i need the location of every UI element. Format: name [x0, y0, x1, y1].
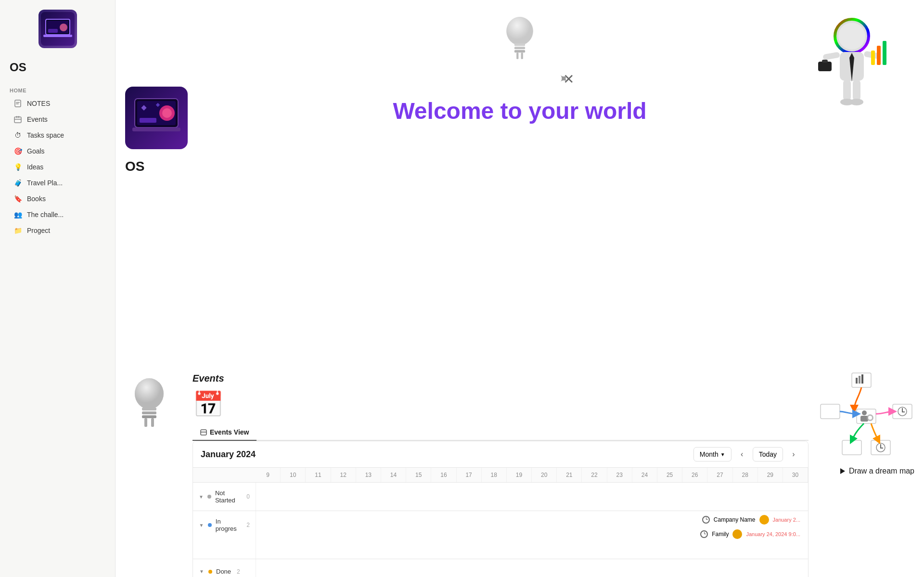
- svg-rect-39: [140, 118, 156, 123]
- done-label: ▼ Done 2: [193, 559, 256, 577]
- not-started-row: ▼ Not Started 0: [193, 483, 808, 511]
- svg-rect-45: [142, 408, 156, 410]
- events-tab-bar: Events View: [192, 424, 808, 441]
- project-icon: 📁: [13, 226, 22, 235]
- date-cell: 15: [406, 468, 431, 482]
- sidebar-item-project[interactable]: 📁 Progect: [4, 223, 111, 238]
- not-started-cells: [256, 483, 808, 511]
- travel-icon: 🧳: [13, 179, 22, 187]
- company-event-name: Campany Name: [714, 516, 756, 523]
- next-month-button[interactable]: ›: [787, 448, 800, 461]
- sidebar-item-travel[interactable]: 🧳 Travel Pla...: [4, 175, 111, 191]
- svg-rect-17: [516, 52, 518, 59]
- travel-label: Travel Pla...: [27, 179, 63, 187]
- svg-rect-10: [18, 116, 19, 118]
- sidebar-item-challenge[interactable]: 👥 The challe...: [4, 207, 111, 222]
- svg-rect-46: [142, 411, 156, 414]
- svg-rect-53: [856, 378, 858, 384]
- svg-rect-51: [201, 432, 206, 433]
- not-started-toggle[interactable]: ▼: [199, 494, 204, 500]
- calendar-navigation: Month ▼ ‹ Today ›: [693, 447, 800, 462]
- svg-rect-70: [880, 448, 883, 449]
- date-cell: 24: [632, 468, 657, 482]
- family-event[interactable]: Family January 24, 2024 9:0...: [700, 529, 800, 539]
- svg-rect-7: [16, 103, 19, 104]
- date-cell: 19: [507, 468, 532, 482]
- date-cells: 9101112131415161718192021222324252627282…: [256, 468, 808, 482]
- done-toggle[interactable]: ▼: [199, 569, 205, 575]
- svg-rect-69: [880, 444, 881, 448]
- date-cell: 27: [707, 468, 732, 482]
- done-dot: [208, 570, 212, 574]
- date-cell: 30: [783, 468, 808, 482]
- date-cell: 26: [682, 468, 707, 482]
- svg-rect-49: [151, 418, 154, 427]
- company-event[interactable]: Campany Name January 2...: [702, 515, 800, 525]
- process-diagram-decoration: [818, 371, 914, 457]
- svg-rect-24: [822, 51, 840, 60]
- svg-point-58: [862, 410, 867, 415]
- svg-rect-31: [843, 79, 851, 101]
- family-event-date: January 24, 2024 9:0...: [746, 531, 800, 537]
- svg-rect-9: [16, 116, 17, 118]
- date-cell: 13: [356, 468, 381, 482]
- svg-rect-2: [43, 35, 72, 37]
- in-progress-label: ▼ In progres 2: [193, 511, 256, 539]
- calendar-tab-icon: [200, 429, 207, 436]
- svg-rect-40: [132, 128, 180, 131]
- hero-title-prefix: Welcome to your: [393, 98, 585, 124]
- challenge-label: The challe...: [27, 211, 64, 218]
- date-cell: 21: [557, 468, 582, 482]
- sidebar-item-events[interactable]: Events: [4, 112, 111, 127]
- svg-rect-64: [902, 408, 903, 411]
- calendar-header: January 2024 Month ▼ ‹ Today ›: [193, 441, 808, 468]
- svg-rect-32: [853, 79, 860, 101]
- sidebar-item-notes[interactable]: NOTES: [4, 96, 111, 111]
- dream-map-link[interactable]: Draw a dream map: [840, 467, 914, 475]
- today-button[interactable]: Today: [753, 447, 783, 462]
- events-section: Events 📅 Events View: [192, 373, 808, 577]
- svg-rect-27: [822, 60, 828, 63]
- tasks-label: Tasks space: [27, 131, 64, 139]
- prev-month-button[interactable]: ‹: [735, 448, 749, 461]
- date-cell: 25: [657, 468, 682, 482]
- events-section-title: Events: [192, 373, 808, 384]
- svg-point-38: [162, 108, 172, 118]
- ideas-label: Ideas: [27, 163, 43, 171]
- lower-section: Events 📅 Events View: [116, 183, 924, 298]
- hero-title-container: Welcome to your world: [393, 98, 646, 124]
- svg-rect-47: [142, 415, 156, 418]
- books-icon: 🔖: [13, 194, 22, 203]
- events-icon-row: 📅: [192, 392, 808, 417]
- svg-rect-11: [14, 119, 21, 120]
- svg-point-13: [507, 17, 533, 45]
- svg-rect-29: [877, 46, 881, 65]
- family-event-name: Family: [712, 531, 729, 538]
- right-panel: Draw a dream map: [116, 183, 231, 298]
- clock-icon-1: [702, 516, 710, 524]
- svg-point-21: [838, 23, 865, 50]
- svg-point-34: [850, 99, 863, 105]
- svg-rect-56: [821, 404, 840, 419]
- not-started-label: ▼ Not Started 0: [193, 483, 256, 511]
- in-progress-toggle[interactable]: ▼: [199, 522, 204, 528]
- date-cell: 17: [457, 468, 482, 482]
- date-cell: 28: [733, 468, 758, 482]
- tab-events-view[interactable]: Events View: [192, 424, 257, 441]
- dream-map-label: Draw a dream map: [849, 467, 914, 475]
- svg-rect-4: [48, 29, 58, 33]
- sidebar-item-goals[interactable]: 🎯 Goals: [4, 143, 111, 159]
- date-cell: 14: [381, 468, 406, 482]
- sidebar-item-tasks[interactable]: ⏱ Tasks space: [4, 128, 111, 143]
- date-cell: 22: [582, 468, 607, 482]
- in-progress-cells: Campany Name January 2... Family January…: [256, 511, 808, 559]
- sidebar-logo: [38, 10, 77, 48]
- hero-title-accent: world: [585, 98, 647, 124]
- play-icon: [840, 468, 845, 474]
- svg-rect-30: [883, 41, 886, 65]
- laptop-card-decoration: [125, 87, 188, 149]
- month-dropdown[interactable]: Month ▼: [693, 447, 732, 462]
- sidebar-item-books[interactable]: 🔖 Books: [4, 191, 111, 206]
- notes-label: NOTES: [27, 100, 50, 107]
- sidebar-item-ideas[interactable]: 💡 Ideas: [4, 159, 111, 175]
